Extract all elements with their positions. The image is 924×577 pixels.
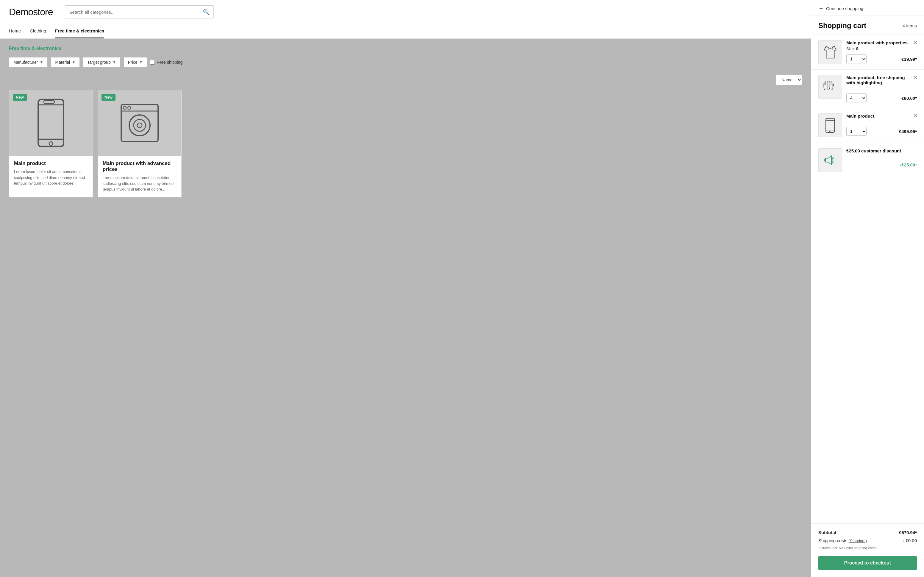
cart-shipping-label: Shipping costs (Standard) (818, 538, 867, 543)
material-label: Material (55, 60, 70, 64)
badge-new-1: New (13, 94, 27, 101)
product-desc-1: Lorem ipsum dolor sit amet, consetetur s… (14, 169, 88, 186)
header: Demostore 🔍 (0, 0, 811, 24)
cart-item-attr-value-1: S (856, 47, 859, 51)
cart-item-attr-1: Size: S (846, 47, 917, 51)
cart-item-qty-3[interactable]: 123 (846, 127, 866, 136)
jacket-icon (822, 44, 838, 60)
cart-count: 4 items (903, 23, 917, 28)
filters-bar: Manufacturer ▼ Material ▼ Target group ▼… (9, 57, 802, 67)
cart-subtotal-label: Subtotal (818, 530, 836, 535)
svg-rect-3 (44, 101, 55, 104)
target-group-filter[interactable]: Target group ▼ (83, 57, 121, 67)
cart-item-image-1 (818, 40, 842, 64)
material-chevron-icon: ▼ (72, 60, 75, 64)
free-shipping-label: Free shipping (157, 60, 182, 64)
cart-item-2: Main product, free shipping with highlig… (811, 69, 924, 108)
cart-discount-price: -€25.00* (846, 162, 917, 167)
breadcrumb-title[interactable]: Free time & electronics (9, 46, 802, 51)
search-button[interactable]: 🔍 (198, 6, 213, 18)
svg-point-11 (137, 123, 142, 128)
phone-icon (30, 98, 72, 148)
remove-item-3-button[interactable]: ✕ (913, 113, 918, 119)
cart-item-row-3: 123 €495.95* (846, 127, 917, 136)
cart-item-price-2: €80.00* (901, 95, 917, 101)
continue-shopping-label: Continue shopping (826, 6, 863, 11)
cart-item-qty-2[interactable]: 12345 (846, 93, 866, 102)
price-filter[interactable]: Price ▼ (124, 57, 147, 67)
product-name-2: Main product with advanced prices (103, 161, 177, 172)
product-card-1[interactable]: New Main product Lorem ipsum dolor sit a… (9, 90, 93, 197)
checkout-button[interactable]: Proceed to checkout (818, 556, 917, 570)
cart-discount-details: €25.00 customer discount -€25.00* (846, 148, 917, 167)
product-info-1: Main product Lorem ipsum dolor sit amet,… (9, 156, 93, 191)
nav-item-clothing[interactable]: Clothing (30, 24, 46, 39)
cart-item-details-3: Main product 123 €495.95* (846, 113, 917, 136)
page-body: Free time & electronics Manufacturer ▼ M… (0, 39, 811, 205)
navigation: Home Clothing Free time & electronics (0, 24, 811, 39)
cart-shipping-row: Shipping costs (Standard) + €0.00 (818, 538, 917, 543)
cart-note: * Prices incl. VAT plus shipping costs (818, 546, 917, 550)
cart-item-1: Main product with properties Size: S 123… (811, 35, 924, 69)
manufacturer-label: Manufacturer (13, 60, 38, 64)
cart-item-row-2: 12345 €80.00* (846, 93, 917, 102)
cart-item-price-1: €19.99* (901, 56, 917, 61)
cart-item-name-1: Main product with properties (846, 40, 917, 45)
product-desc-2: Lorem ipsum dolor sit amet, consetetur s… (103, 175, 177, 192)
cart-item-name-3: Main product (846, 113, 917, 119)
cart-header: Shopping cart 4 items (811, 16, 924, 35)
main-content: Demostore 🔍 Home Clothing Free time & el… (0, 0, 811, 577)
sort-dropdown[interactable]: Name (776, 74, 802, 85)
continue-shopping[interactable]: ← Continue shopping (811, 0, 924, 16)
cart-item-name-2: Main product, free shipping with highlig… (846, 75, 917, 85)
product-card-2[interactable]: New Main product with advanced prices Lo (98, 90, 182, 197)
cart-subtotal-row: Subtotal €570.94* (818, 530, 917, 535)
svg-point-4 (49, 142, 53, 145)
free-shipping-checkbox[interactable] (150, 60, 155, 64)
search-bar: 🔍 (65, 5, 214, 18)
remove-item-2-button[interactable]: ✕ (913, 74, 918, 81)
gloves-icon (822, 79, 838, 95)
svg-point-8 (128, 106, 131, 109)
cart-item-details-2: Main product, free shipping with highlig… (846, 75, 917, 102)
cart-panel: ← Continue shopping Shopping cart 4 item… (811, 0, 924, 577)
nav-item-free-time[interactable]: Free time & electronics (55, 24, 104, 39)
manufacturer-filter[interactable]: Manufacturer ▼ (9, 57, 48, 67)
washer-icon (119, 98, 161, 148)
products-grid: New Main product Lorem ipsum dolor sit a… (9, 90, 802, 197)
logo[interactable]: Demostore (9, 6, 53, 18)
cart-item-qty-1[interactable]: 12345 (846, 55, 866, 63)
cart-discount-item: €25.00 customer discount -€25.00* (811, 143, 924, 177)
cart-item-row-1: 12345 €19.99* (846, 55, 917, 63)
manufacturer-chevron-icon: ▼ (40, 60, 43, 64)
remove-item-1-button[interactable]: ✕ (913, 40, 918, 45)
cart-shipping-sub[interactable]: (Standard) (849, 538, 867, 543)
badge-new-2: New (101, 94, 116, 101)
free-shipping-filter[interactable]: Free shipping (150, 60, 182, 64)
cart-item-price-3: €495.95* (899, 129, 917, 134)
cart-discount-name: €25.00 customer discount (846, 148, 917, 153)
cart-item-image-2 (818, 75, 842, 99)
cart-item-details-1: Main product with properties Size: S 123… (846, 40, 917, 63)
search-input[interactable] (65, 6, 198, 18)
svg-point-9 (129, 115, 150, 136)
cart-totals: Subtotal €570.94* Shipping costs (Standa… (811, 524, 924, 556)
logo-light: store (33, 6, 53, 17)
sort-bar: Name (9, 74, 802, 85)
product-info-2: Main product with advanced prices Lorem … (98, 156, 181, 197)
nav-item-home[interactable]: Home (9, 24, 21, 39)
material-filter[interactable]: Material ▼ (51, 57, 80, 67)
cart-item-3: Main product 123 €495.95* ✕ (811, 108, 924, 143)
price-label: Price (128, 60, 137, 64)
cart-title: Shopping cart (818, 21, 866, 30)
back-arrow-icon: ← (818, 5, 824, 11)
cart-subtotal-value: €570.94* (899, 530, 917, 535)
svg-point-7 (123, 106, 126, 109)
price-chevron-icon: ▼ (139, 60, 143, 64)
target-group-chevron-icon: ▼ (113, 60, 116, 64)
logo-bold: Demo (9, 6, 33, 17)
product-name-1: Main product (14, 161, 88, 166)
cart-shipping-value: + €0.00 (902, 538, 917, 543)
phone-small-icon (822, 117, 838, 134)
cart-discount-image (818, 148, 842, 172)
